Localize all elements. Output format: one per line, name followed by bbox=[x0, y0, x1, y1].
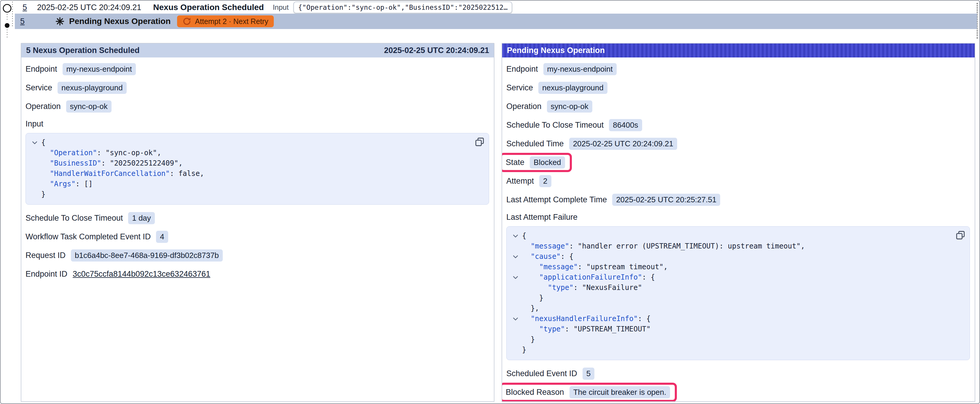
event-history-page: 5 2025-02-25 UTC 20:24:09.21 Nexus Opera… bbox=[0, 0, 980, 404]
code-gutter bbox=[509, 262, 522, 272]
pending-panel-header: Pending Nexus Operation bbox=[502, 44, 975, 57]
code-gutter bbox=[509, 241, 522, 252]
code-line-text: "message": "upstream timeout", bbox=[522, 262, 668, 272]
code-line: "BusinessID": "20250225122409", bbox=[28, 158, 483, 168]
code-line-text: "type": "UPSTREAM_TIMEOUT" bbox=[522, 324, 651, 334]
code-line: "Operation": "sync-op-ok", bbox=[28, 148, 483, 158]
code-line-text: "type": "NexusFailure" bbox=[522, 282, 642, 293]
field-row-schedule-to-close-timeout: Schedule To Close Timeout 1 day bbox=[25, 209, 489, 228]
pending-operation-row[interactable]: 5 Pending Nexus Operation Attempt 2 · Ne… bbox=[15, 14, 977, 29]
field-label: Attempt bbox=[506, 176, 534, 186]
field-value-badge: b1c6a4bc-8ee7-468a-9169-df3b02c8737b bbox=[71, 249, 223, 261]
code-gutter bbox=[28, 189, 41, 200]
failure-json-viewer: { "message": "handler error (UPSTREAM_TI… bbox=[506, 226, 970, 360]
failure-section-label: Last Attempt Failure bbox=[506, 213, 578, 222]
scheduled-panel-timestamp: 2025-02-25 UTC 20:24:09.21 bbox=[384, 46, 489, 55]
code-line-text: { bbox=[41, 138, 45, 148]
input-section-label-row: Input bbox=[25, 116, 489, 132]
field-label: State bbox=[506, 158, 524, 167]
code-gutter bbox=[28, 148, 41, 158]
code-gutter bbox=[28, 179, 41, 189]
field-label: Request ID bbox=[25, 251, 65, 260]
field-label: Endpoint bbox=[25, 65, 57, 74]
field-label: Operation bbox=[506, 102, 542, 111]
field-label: Last Attempt Complete Time bbox=[506, 195, 607, 204]
code-gutter bbox=[28, 168, 41, 179]
field-label: Operation bbox=[25, 102, 61, 111]
field-label: Schedule To Close Timeout bbox=[25, 214, 123, 223]
scheduled-panel-body: Endpoint my-nexus-endpoint Service nexus… bbox=[21, 57, 494, 401]
copy-icon bbox=[474, 137, 485, 147]
event-history-row[interactable]: 5 2025-02-25 UTC 20:24:09.21 Nexus Opera… bbox=[15, 1, 974, 14]
pending-asterisk-icon bbox=[56, 17, 64, 26]
endpoint-id-link[interactable]: 3c0c75ccfa8144b092c13ce632463761 bbox=[73, 269, 210, 279]
code-line-text: "cause": { bbox=[522, 252, 573, 262]
timeline-rail bbox=[1, 1, 15, 60]
field-value-badge: 4 bbox=[156, 231, 168, 243]
input-json-viewer: { "Operation": "sync-op-ok", "BusinessID… bbox=[25, 133, 489, 205]
timeline-rail-graphic bbox=[1, 1, 15, 54]
pending-panel-title: Pending Nexus Operation bbox=[507, 46, 605, 55]
code-line: "message": "handler error (UPSTREAM_TIME… bbox=[509, 241, 964, 252]
code-line-text: "Operation": "sync-op-ok", bbox=[41, 148, 161, 158]
pending-event-id-link[interactable]: 5 bbox=[20, 17, 25, 26]
collapse-chevron-icon[interactable] bbox=[509, 231, 522, 241]
code-gutter bbox=[509, 282, 522, 293]
collapse-chevron-icon[interactable] bbox=[509, 252, 522, 262]
field-row-operation: Operation sync-op-ok bbox=[506, 97, 970, 116]
state-value-badge: Blocked bbox=[530, 156, 565, 168]
code-line-text: "HandlerWaitForCancellation": false, bbox=[41, 168, 204, 179]
field-value-badge: 2025-02-25 UTC 20:25:27.51 bbox=[612, 194, 720, 206]
field-row-operation: Operation sync-op-ok bbox=[25, 97, 489, 116]
failure-section-label-row: Last Attempt Failure bbox=[506, 209, 970, 225]
field-label: Blocked Reason bbox=[506, 388, 564, 397]
code-line: "HandlerWaitForCancellation": false, bbox=[28, 168, 483, 179]
timeline-dot-icon bbox=[5, 23, 10, 28]
field-value-badge: 2025-02-25 UTC 20:24:09.21 bbox=[569, 138, 677, 150]
collapse-chevron-icon[interactable] bbox=[28, 138, 41, 148]
field-row-service: Service nexus-playground bbox=[506, 79, 970, 97]
pending-operation-panel: Pending Nexus Operation Endpoint my-nexu… bbox=[501, 43, 975, 402]
field-value-badge: 1 day bbox=[128, 212, 155, 224]
field-row-request-id: Request ID b1c6a4bc-8ee7-468a-9169-df3b0… bbox=[25, 246, 489, 265]
code-line-text: { bbox=[522, 231, 526, 241]
code-line: "Args": [] bbox=[28, 179, 483, 189]
scheduled-panel-header: 5 Nexus Operation Scheduled 2025-02-25 U… bbox=[21, 44, 494, 57]
code-line-text: } bbox=[41, 189, 45, 200]
code-line: "type": "UPSTREAM_TIMEOUT" bbox=[509, 324, 964, 334]
code-line-text: "nexusHandlerFailureInfo": { bbox=[522, 314, 651, 324]
code-line: } bbox=[509, 293, 964, 303]
input-label: Input bbox=[273, 3, 289, 11]
code-gutter bbox=[509, 324, 522, 334]
copy-button[interactable] bbox=[955, 230, 966, 240]
code-line: "nexusHandlerFailureInfo": { bbox=[509, 314, 964, 324]
code-line: "cause": { bbox=[509, 252, 964, 262]
blocked-reason-value-badge: The circuit breaker is open. bbox=[570, 386, 670, 398]
field-row-endpoint-id: Endpoint ID 3c0c75ccfa8144b092c13ce63246… bbox=[25, 265, 489, 284]
event-id-link[interactable]: 5 bbox=[22, 3, 27, 12]
input-section-label: Input bbox=[25, 119, 43, 128]
code-gutter bbox=[509, 293, 522, 303]
field-value-badge: my-nexus-endpoint bbox=[543, 63, 617, 75]
retry-attempt-badge: Attempt 2 · Next Retry bbox=[177, 16, 274, 27]
code-line-text: } bbox=[522, 293, 543, 303]
collapse-chevron-icon[interactable] bbox=[509, 272, 522, 282]
input-preview-badge[interactable]: {"Operation":"sync-op-ok","BusinessID":"… bbox=[293, 2, 512, 13]
field-value-badge: sync-op-ok bbox=[66, 100, 111, 112]
field-label: Service bbox=[506, 83, 533, 92]
code-gutter bbox=[28, 158, 41, 168]
code-gutter bbox=[509, 334, 522, 345]
field-label: Schedule To Close Timeout bbox=[506, 120, 604, 130]
code-line: { bbox=[28, 138, 483, 148]
state-highlight-box: State Blocked bbox=[501, 153, 572, 172]
field-row-scheduled-time: Scheduled Time 2025-02-25 UTC 20:24:09.2… bbox=[506, 135, 970, 153]
code-gutter bbox=[509, 345, 522, 355]
field-value-badge: my-nexus-endpoint bbox=[63, 63, 136, 75]
field-label: Workflow Task Completed Event ID bbox=[25, 232, 151, 241]
field-value-badge: 86400s bbox=[609, 119, 642, 131]
copy-button[interactable] bbox=[474, 137, 485, 147]
collapse-chevron-icon[interactable] bbox=[509, 314, 522, 324]
pending-panel-body: Endpoint my-nexus-endpoint Service nexus… bbox=[502, 57, 975, 402]
code-line-text: } bbox=[522, 345, 526, 355]
timeline-node-icon bbox=[3, 5, 11, 12]
